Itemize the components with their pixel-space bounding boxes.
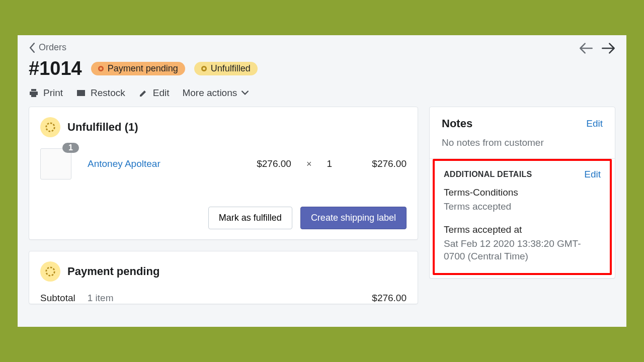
fulfillment-card: Unfulfilled (1) 1 Antoney Apoltear $276.… — [29, 107, 418, 240]
subtotal-desc: 1 item — [88, 293, 114, 304]
additional-details-section: ADDITIONAL DETAILS Edit Terms-Conditions… — [435, 161, 610, 273]
more-actions-button[interactable]: More actions — [182, 87, 249, 99]
dot-icon — [98, 66, 104, 71]
svg-point-1 — [46, 267, 55, 276]
side-card: Notes Edit No notes from customer ADDITI… — [429, 107, 615, 279]
breadcrumb-back[interactable]: Orders — [29, 42, 615, 53]
notes-section: Notes Edit No notes from customer — [430, 107, 615, 158]
payment-heading: Payment pending — [67, 265, 159, 278]
restock-label: Restock — [91, 87, 125, 99]
accepted-label: Terms accepted at — [444, 224, 601, 235]
mark-fulfilled-button[interactable]: Mark as fulfilled — [208, 207, 292, 229]
unfulfilled-ring-icon — [40, 117, 60, 137]
title-row: #1014 Payment pending Unfulfilled — [29, 58, 615, 79]
edit-label: Edit — [153, 87, 170, 99]
notes-body: No notes from customer — [442, 137, 603, 148]
notes-title: Notes — [442, 117, 472, 130]
page-header: Orders #1014 Payment pending Unfulfilled… — [18, 35, 626, 107]
additional-details-highlight: ADDITIONAL DETAILS Edit Terms-Conditions… — [433, 159, 612, 275]
fulfillment-actions: Mark as fulfilled Create shipping label — [40, 196, 407, 229]
fulfillment-card-header: Unfulfilled (1) — [40, 117, 407, 137]
dot-icon — [201, 66, 207, 71]
breadcrumb-label: Orders — [39, 42, 66, 53]
subtotal-row: Subtotal 1 item $276.00 — [40, 293, 407, 304]
line-item: 1 Antoney Apoltear $276.00 × 1 $276.00 — [40, 148, 407, 179]
payment-card: Payment pending Subtotal 1 item $276.00 — [29, 251, 418, 304]
side-column: Notes Edit No notes from customer ADDITI… — [429, 107, 615, 304]
terms-label: Terms-Conditions — [444, 187, 601, 198]
unit-price: $276.00 — [257, 158, 291, 169]
print-button[interactable]: Print — [29, 87, 63, 99]
restock-icon — [76, 88, 86, 98]
order-title: #1014 — [29, 58, 82, 79]
product-name-link[interactable]: Antoney Apoltear — [88, 158, 248, 169]
restock-button[interactable]: Restock — [76, 87, 125, 99]
print-icon — [29, 88, 39, 98]
additional-details-edit-link[interactable]: Edit — [584, 169, 601, 180]
payment-badge-label: Payment pending — [108, 63, 178, 74]
times-symbol: × — [306, 159, 312, 169]
order-toolbar: Print Restock Edit More actions — [29, 87, 615, 107]
pencil-icon — [138, 88, 148, 98]
edit-button[interactable]: Edit — [138, 87, 170, 99]
order-page: Orders #1014 Payment pending Unfulfilled… — [18, 35, 626, 327]
fulfillment-status-badge: Unfulfilled — [194, 62, 258, 75]
quantity: 1 — [327, 158, 332, 169]
subtotal-amount: $276.00 — [372, 293, 407, 304]
more-actions-label: More actions — [182, 87, 237, 99]
svg-point-0 — [46, 123, 55, 132]
chevron-left-icon — [29, 43, 36, 53]
terms-value: Terms accepted — [444, 200, 601, 213]
content-columns: Unfulfilled (1) 1 Antoney Apoltear $276.… — [18, 107, 626, 304]
fulfillment-heading: Unfulfilled (1) — [67, 121, 138, 134]
prev-order-arrow[interactable] — [579, 42, 593, 54]
terms-conditions-block: Terms-Conditions Terms accepted — [444, 187, 601, 213]
print-label: Print — [43, 87, 63, 99]
main-column: Unfulfilled (1) 1 Antoney Apoltear $276.… — [29, 107, 418, 304]
terms-accepted-block: Terms accepted at Sat Feb 12 2020 13:38:… — [444, 224, 601, 263]
next-order-arrow[interactable] — [601, 42, 615, 54]
payment-card-header: Payment pending — [40, 261, 407, 282]
payment-status-badge: Payment pending — [91, 62, 185, 75]
product-thumbnail[interactable]: 1 — [40, 148, 71, 179]
line-total: $276.00 — [361, 158, 407, 169]
create-shipping-label-button[interactable]: Create shipping label — [300, 207, 407, 229]
subtotal-label: Subtotal — [40, 293, 75, 304]
qty-badge: 1 — [62, 143, 79, 153]
order-nav-arrows — [579, 42, 615, 54]
fulfillment-badge-label: Unfulfilled — [211, 63, 251, 74]
accepted-value: Sat Feb 12 2020 13:38:20 GMT-0700 (Centr… — [444, 237, 601, 263]
caret-down-icon — [242, 90, 249, 96]
payment-ring-icon — [40, 261, 60, 282]
additional-details-title: ADDITIONAL DETAILS — [444, 170, 532, 179]
notes-edit-link[interactable]: Edit — [586, 118, 603, 129]
